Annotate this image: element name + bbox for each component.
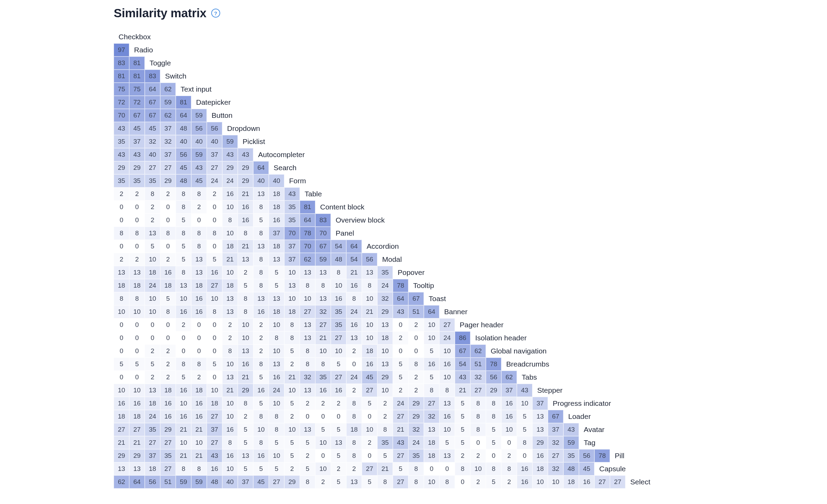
matrix-cell[interactable]: 0 [439,462,455,475]
matrix-cell[interactable]: 35 [160,449,176,462]
matrix-cell[interactable]: 8 [408,462,424,475]
matrix-cell[interactable]: 2 [222,331,238,344]
matrix-cell[interactable]: 56 [362,253,377,266]
matrix-cell[interactable]: 5 [486,436,501,449]
matrix-cell[interactable]: 2 [470,475,486,488]
matrix-cell[interactable]: 35 [377,266,393,279]
matrix-cell[interactable]: 13 [145,227,160,240]
matrix-cell[interactable]: 40 [269,174,284,187]
matrix-cell[interactable]: 21 [238,187,253,200]
matrix-cell[interactable]: 59 [315,253,331,266]
matrix-cell[interactable]: 0 [129,318,145,331]
matrix-cell[interactable]: 16 [439,410,455,423]
matrix-cell[interactable]: 5 [393,462,408,475]
matrix-cell[interactable]: 43 [222,148,238,161]
matrix-cell[interactable]: 10 [424,331,439,344]
matrix-cell[interactable]: 40 [207,135,222,148]
matrix-cell[interactable]: 37 [501,384,517,397]
matrix-cell[interactable]: 43 [455,371,470,384]
matrix-cell[interactable]: 27 [145,161,160,174]
matrix-cell[interactable]: 32 [145,135,160,148]
matrix-cell[interactable]: 40 [253,174,269,187]
matrix-cell[interactable]: 8 [238,397,253,410]
matrix-cell[interactable]: 8 [284,331,300,344]
matrix-cell[interactable]: 16 [331,292,346,305]
matrix-cell[interactable]: 5 [517,423,532,436]
matrix-cell[interactable]: 27 [470,384,486,397]
matrix-cell[interactable]: 40 [176,135,191,148]
matrix-cell[interactable]: 8 [145,187,160,200]
matrix-cell[interactable]: 5 [269,266,284,279]
matrix-cell[interactable]: 0 [393,344,408,358]
matrix-cell[interactable]: 18 [145,462,160,475]
matrix-cell[interactable]: 2 [284,462,300,475]
matrix-cell[interactable]: 10 [269,318,284,331]
matrix-cell[interactable]: 8 [129,292,145,305]
matrix-cell[interactable]: 59 [563,436,579,449]
matrix-cell[interactable]: 10 [222,410,238,423]
matrix-cell[interactable]: 70 [284,227,300,240]
matrix-cell[interactable]: 48 [563,462,579,475]
matrix-cell[interactable]: 70 [300,240,315,253]
matrix-cell[interactable]: 0 [393,318,408,331]
matrix-cell[interactable]: 75 [129,83,145,96]
matrix-cell[interactable]: 48 [176,122,191,135]
matrix-cell[interactable]: 27 [114,423,129,436]
matrix-cell[interactable]: 2 [470,449,486,462]
matrix-cell[interactable]: 27 [594,475,610,488]
matrix-cell[interactable]: 8 [486,410,501,423]
matrix-cell[interactable]: 18 [207,397,222,410]
matrix-cell[interactable]: 21 [222,384,238,397]
matrix-cell[interactable]: 8 [439,475,455,488]
matrix-cell[interactable]: 5 [114,358,129,371]
matrix-cell[interactable]: 16 [222,423,238,436]
matrix-cell[interactable]: 0 [455,475,470,488]
matrix-cell[interactable]: 0 [160,214,176,227]
matrix-cell[interactable]: 2 [253,318,269,331]
matrix-cell[interactable]: 13 [377,358,393,371]
matrix-cell[interactable]: 37 [532,397,548,410]
matrix-cell[interactable]: 78 [486,358,501,371]
matrix-cell[interactable]: 24 [439,331,455,344]
matrix-cell[interactable]: 10 [222,227,238,240]
matrix-cell[interactable]: 40 [191,135,207,148]
matrix-cell[interactable]: 21 [176,449,191,462]
matrix-cell[interactable]: 83 [315,214,331,227]
matrix-cell[interactable]: 10 [114,305,129,318]
matrix-cell[interactable]: 78 [393,279,408,292]
matrix-cell[interactable]: 8 [269,331,284,344]
matrix-cell[interactable]: 27 [207,279,222,292]
matrix-cell[interactable]: 32 [548,462,563,475]
matrix-cell[interactable]: 18 [377,331,393,344]
matrix-cell[interactable]: 8 [300,358,315,371]
matrix-cell[interactable]: 10 [424,318,439,331]
matrix-cell[interactable]: 37 [160,122,176,135]
matrix-cell[interactable]: 0 [191,318,207,331]
help-icon[interactable]: ? [211,9,220,18]
matrix-cell[interactable]: 8 [191,358,207,371]
matrix-cell[interactable]: 18 [563,475,579,488]
matrix-cell[interactable]: 27 [269,475,284,488]
matrix-cell[interactable]: 10 [269,344,284,358]
matrix-cell[interactable]: 10 [501,423,517,436]
matrix-cell[interactable]: 8 [300,475,315,488]
matrix-cell[interactable]: 48 [207,475,222,488]
matrix-cell[interactable]: 81 [129,70,145,83]
matrix-cell[interactable]: 16 [238,358,253,371]
matrix-cell[interactable]: 16 [191,292,207,305]
matrix-cell[interactable]: 13 [253,292,269,305]
matrix-cell[interactable]: 27 [393,449,408,462]
matrix-cell[interactable]: 8 [176,266,191,279]
matrix-cell[interactable]: 8 [238,292,253,305]
matrix-cell[interactable]: 10 [176,436,191,449]
matrix-cell[interactable]: 16 [191,410,207,423]
matrix-cell[interactable]: 35 [331,318,346,331]
matrix-cell[interactable]: 8 [191,187,207,200]
matrix-cell[interactable]: 32 [160,135,176,148]
matrix-cell[interactable]: 10 [439,423,455,436]
matrix-cell[interactable]: 43 [284,187,300,200]
matrix-cell[interactable]: 21 [315,331,331,344]
matrix-cell[interactable]: 5 [253,214,269,227]
matrix-cell[interactable]: 5 [284,397,300,410]
matrix-cell[interactable]: 10 [517,397,532,410]
